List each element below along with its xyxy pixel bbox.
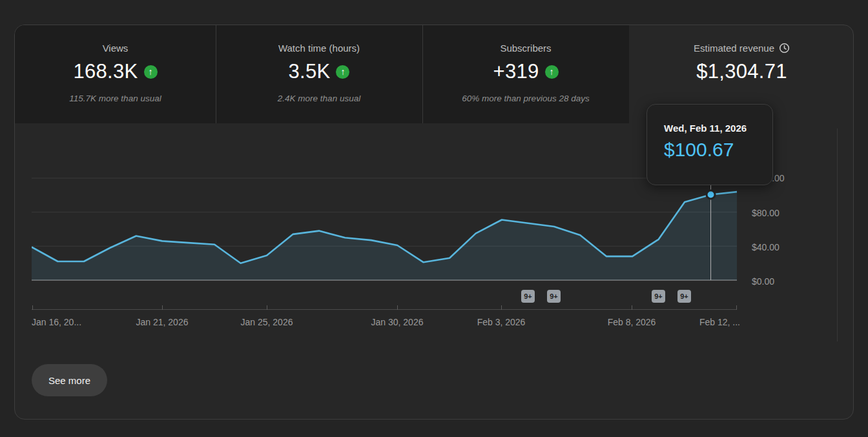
y-axis-label: $80.00 xyxy=(752,208,780,218)
see-more-button[interactable]: See more xyxy=(32,364,107,396)
x-axis-label: Jan 16, 20... xyxy=(32,317,81,327)
x-axis-label: Feb 12, ... xyxy=(699,317,740,327)
watch-time-value: 3.5K xyxy=(289,60,331,83)
x-axis-tick xyxy=(736,305,737,310)
subscribers-delta: 60% more than previous 28 days xyxy=(462,94,589,103)
y-axis-label: $0.00 xyxy=(752,276,774,287)
x-axis-tick xyxy=(397,305,398,310)
watch-time-delta: 2.4K more than usual xyxy=(278,94,360,103)
estimated-revenue-label: Estimated revenue xyxy=(694,43,774,54)
clock-icon xyxy=(779,43,790,54)
views-value: 168.3K xyxy=(73,60,138,83)
tooltip-date: Wed, Feb 11, 2026 xyxy=(664,123,772,134)
subscribers-value: +319 xyxy=(493,60,539,83)
analytics-page: Views 168.3K ↑ 115.7K more than usual Wa… xyxy=(0,0,868,437)
x-axis-label: Feb 8, 2026 xyxy=(608,317,656,327)
y-axis-label: $40.00 xyxy=(752,242,780,252)
video-count-badge[interactable]: 9+ xyxy=(677,290,691,303)
x-axis-label: Jan 25, 2026 xyxy=(241,317,293,327)
tab-views[interactable]: Views 168.3K ↑ 115.7K more than usual xyxy=(15,25,216,123)
x-axis-label: Feb 3, 2026 xyxy=(477,317,526,327)
tab-divider xyxy=(422,25,423,123)
views-delta: 115.7K more than usual xyxy=(69,94,161,103)
watch-time-label: Watch time (hours) xyxy=(278,43,360,54)
chart-right-divider xyxy=(837,128,838,341)
video-count-badge[interactable]: 9+ xyxy=(652,290,665,303)
tab-watch-time[interactable]: Watch time (hours) 3.5K ↑ 2.4K more than… xyxy=(216,25,422,123)
analytics-overview-card: Views 168.3K ↑ 115.7K more than usual Wa… xyxy=(14,25,854,420)
tooltip-value: $100.67 xyxy=(664,139,772,161)
tab-subscribers[interactable]: Subscribers +319 ↑ 60% more than previou… xyxy=(422,25,629,123)
x-axis-label: Jan 30, 2026 xyxy=(371,317,424,327)
video-count-badge[interactable]: 9+ xyxy=(521,290,535,303)
x-axis-tick xyxy=(501,305,502,310)
x-axis-tick xyxy=(267,305,267,310)
revenue-area-chart[interactable] xyxy=(32,175,737,282)
x-axis-label: Jan 21, 2026 xyxy=(136,317,189,327)
highlighted-data-point xyxy=(707,190,715,199)
trend-up-icon: ↑ xyxy=(336,65,349,79)
x-axis-tick xyxy=(162,305,163,310)
views-label: Views xyxy=(103,43,129,54)
video-count-badge[interactable]: 9+ xyxy=(547,290,561,303)
x-axis-tick xyxy=(632,305,632,310)
trend-up-icon: ↑ xyxy=(545,65,559,79)
subscribers-label: Subscribers xyxy=(500,43,551,54)
tab-divider xyxy=(216,25,216,123)
x-axis-tick xyxy=(32,305,33,310)
estimated-revenue-value: $1,304.71 xyxy=(696,60,787,83)
chart-tooltip: Wed, Feb 11, 2026 $100.67 xyxy=(646,104,773,185)
trend-up-icon: ↑ xyxy=(144,65,158,79)
